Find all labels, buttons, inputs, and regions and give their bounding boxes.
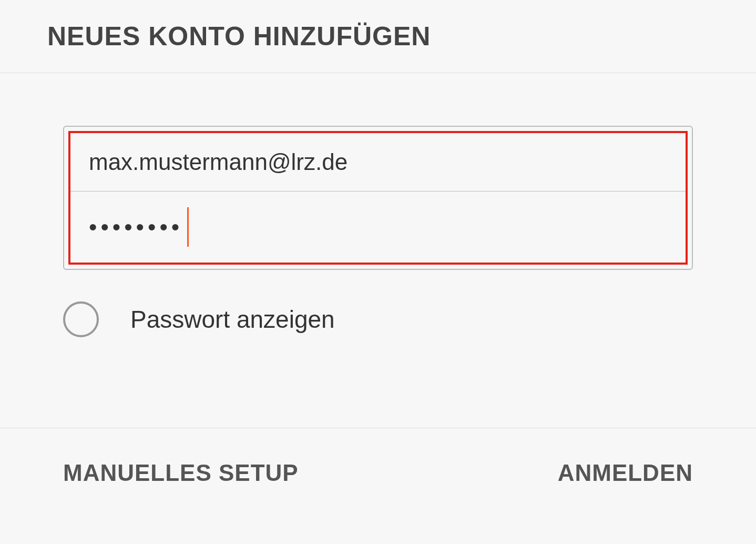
password-field[interactable]: •••••••• [70,192,686,263]
show-password-checkbox[interactable] [63,301,99,337]
email-field[interactable] [70,133,686,191]
password-value: •••••••• [89,216,183,239]
page-title: NEUES KONTO HINZUFÜGEN [47,21,756,52]
show-password-label: Passwort anzeigen [130,305,335,334]
form-section: •••••••• Passwort anzeigen [0,73,756,337]
header: NEUES KONTO HINZUFÜGEN [0,0,756,73]
text-caret [187,207,189,247]
input-group: •••••••• [63,126,693,270]
footer: MANUELLES SETUP ANMELDEN [0,428,756,544]
signin-button[interactable]: ANMELDEN [558,460,693,486]
manual-setup-button[interactable]: MANUELLES SETUP [63,460,299,486]
show-password-row[interactable]: Passwort anzeigen [63,270,693,337]
highlight-box: •••••••• [68,131,688,265]
